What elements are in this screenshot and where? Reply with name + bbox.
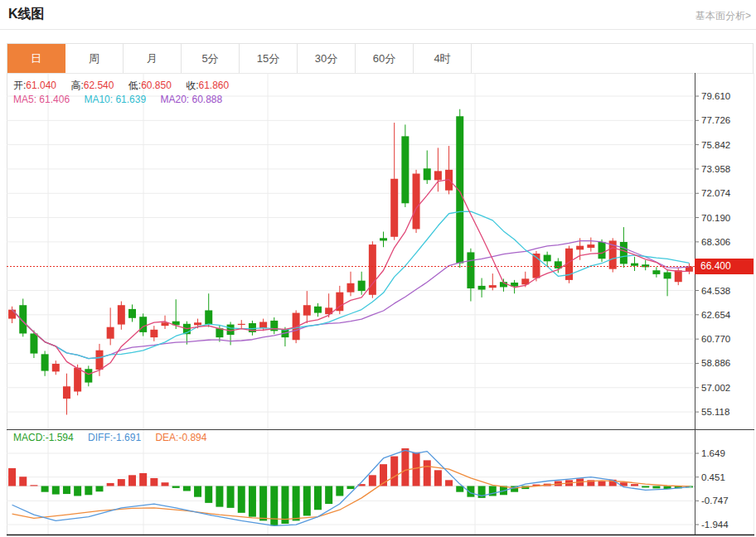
diff-label: DIFF: — [88, 432, 113, 443]
axis-tick-label: -1.944 — [701, 520, 729, 530]
macd-bar — [41, 486, 49, 492]
candle-body — [347, 283, 355, 293]
candle-body — [664, 273, 671, 279]
candle-body — [652, 270, 660, 274]
axis-tick-label: 62.654 — [701, 310, 731, 320]
candle-body — [620, 242, 628, 264]
candle-body — [358, 281, 366, 291]
candle-body — [238, 324, 245, 325]
candle-body — [139, 317, 147, 332]
macd-bar — [227, 486, 235, 508]
macd-bar — [598, 481, 606, 486]
ohlc-legend: 开:61.040 高:62.540 低:60.850 收:61.860 — [13, 79, 240, 93]
candle-body — [314, 307, 322, 313]
candle-body — [390, 179, 398, 237]
candle-body — [413, 174, 420, 230]
candle-body — [74, 368, 81, 392]
candle-body — [576, 246, 584, 250]
ma10-label: MA10: — [84, 94, 113, 105]
macd-bar — [8, 468, 16, 486]
macd-bar — [139, 473, 147, 486]
macd-bar — [347, 486, 355, 490]
axis-tick-label: 79.610 — [701, 91, 730, 101]
axis-tick-label: 1.649 — [701, 448, 725, 458]
current-price-badge: 66.400 — [695, 259, 754, 274]
ma5-label: MA5: — [13, 94, 36, 105]
macd-bar — [281, 486, 288, 524]
macd-bar — [401, 448, 409, 486]
dea-label: DEA: — [155, 432, 178, 443]
candle-body — [380, 238, 387, 240]
axis-tick-label: 68.306 — [701, 237, 730, 247]
macd-legend: MACD:-1.594 DIFF:-1.691 DEA:-0.894 — [13, 432, 218, 443]
macd-bar — [390, 457, 398, 486]
axis-tick-label: -0.747 — [701, 496, 729, 506]
low-label: 低: — [128, 80, 141, 91]
macd-bar — [424, 460, 431, 486]
macd-bar — [52, 486, 60, 495]
macd-bar — [95, 486, 103, 492]
candle-body — [194, 322, 201, 325]
macd-bar — [74, 486, 81, 496]
axis-tick-label: 73.958 — [701, 164, 730, 174]
macd-bar — [205, 486, 212, 503]
high-label: 高: — [70, 80, 83, 91]
macd-value: -1.594 — [46, 432, 74, 443]
macd-bar — [172, 486, 180, 488]
candle-body — [118, 305, 125, 324]
axis-tick-label: 0.451 — [701, 472, 725, 482]
macd-bar — [128, 475, 136, 486]
axis-tick-label: 70.190 — [701, 213, 730, 223]
axis-tick-label: 55.118 — [701, 407, 729, 417]
axis-tick-label: 75.842 — [701, 140, 730, 150]
open-value: 61.040 — [26, 80, 56, 91]
dea-value: -0.894 — [178, 432, 206, 443]
axis-tick-label: 58.886 — [701, 358, 730, 368]
candle-body — [587, 244, 594, 248]
candle-body — [631, 264, 638, 266]
macd-bar — [456, 486, 463, 492]
candle-body — [128, 309, 136, 318]
macd-bar — [314, 486, 322, 510]
macd-bar — [369, 475, 376, 486]
macd-bar — [162, 482, 169, 486]
macd-bar — [336, 486, 343, 496]
kline-panel: K线图 基本面分析> 日 周 月 5分 15分 30分 60分 4时 79.61… — [0, 0, 756, 537]
macd-bar — [434, 470, 442, 486]
macd-bar — [238, 486, 245, 513]
macd-bar — [293, 486, 300, 521]
candle-body — [150, 330, 158, 337]
candle-body — [107, 327, 114, 339]
candle-body — [41, 354, 49, 370]
candle-body — [95, 351, 103, 370]
macd-bar — [183, 486, 191, 491]
ma10-value: 61.639 — [115, 94, 146, 105]
ma5-value: 61.406 — [39, 94, 70, 105]
candle-body — [598, 242, 606, 259]
close-value: 61.860 — [199, 80, 230, 91]
macd-bar — [642, 486, 649, 488]
macd-bar — [107, 483, 114, 486]
axis-tick-label: 57.002 — [701, 383, 730, 393]
candle-body — [544, 255, 551, 262]
macd-bar — [19, 477, 27, 486]
macd-bar — [325, 486, 332, 505]
macd-bar — [63, 486, 70, 495]
axis-tick-label: 77.726 — [701, 115, 730, 125]
macd-bar — [259, 486, 267, 521]
macd-bar — [631, 484, 638, 486]
macd-bar — [652, 486, 660, 489]
candle-body — [467, 252, 474, 288]
macd-bar — [150, 478, 158, 486]
macd-bar — [249, 486, 256, 517]
candle-body — [293, 313, 300, 341]
axis-tick-label: 64.538 — [701, 286, 730, 296]
candle-body — [85, 369, 92, 382]
macd-bar — [445, 480, 453, 486]
candle-body — [434, 171, 442, 180]
high-value: 62.540 — [84, 80, 114, 91]
axis-tick-label: 60.770 — [701, 334, 730, 344]
macd-bar — [118, 479, 125, 486]
macd-bar — [85, 486, 92, 496]
macd-bar — [194, 486, 201, 497]
